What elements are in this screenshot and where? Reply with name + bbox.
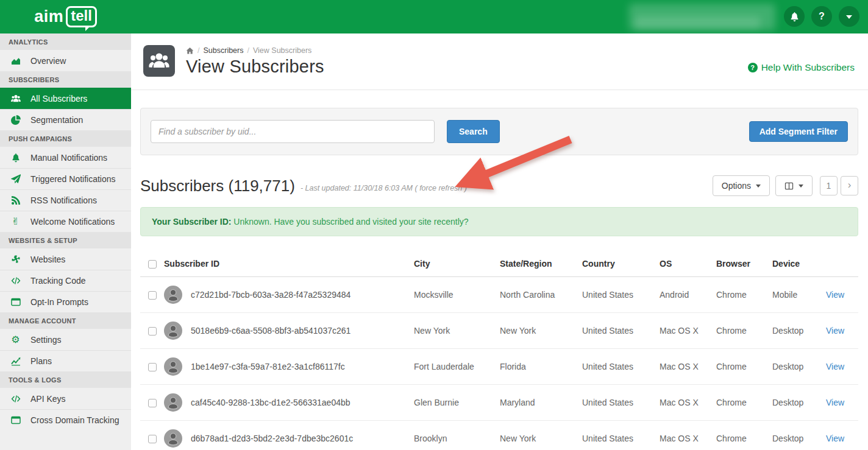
sidebar-item-settings[interactable]: ⚙Settings bbox=[0, 329, 131, 350]
question-icon: ? bbox=[819, 11, 825, 22]
sidebar-section-analytics: ANALYTICS bbox=[0, 33, 131, 50]
help-button[interactable]: ? bbox=[811, 6, 832, 27]
last-updated-note[interactable]: - Last updated: 11/30/18 6:03 AM ( force… bbox=[301, 179, 467, 192]
alert-bold-text: Your Subscriber ID: bbox=[152, 217, 231, 227]
help-with-subscribers-link[interactable]: ? Help With Subscribers bbox=[748, 62, 855, 73]
table-row: caf45c40-9288-13bc-d1e2-566331ae04bbGlen… bbox=[140, 385, 858, 421]
sidebar-item-opt-in-prompts[interactable]: Opt-In Prompts bbox=[0, 291, 131, 312]
sidebar-item-plans[interactable]: Plans bbox=[0, 350, 131, 371]
main-content: / Subscribers / View Subscribers View Su… bbox=[131, 33, 868, 450]
subscribers-page-icon bbox=[143, 45, 175, 77]
columns-icon bbox=[784, 181, 794, 191]
page-header-text: / Subscribers / View Subscribers View Su… bbox=[186, 45, 324, 77]
cell-country: United States bbox=[582, 313, 660, 349]
view-link[interactable]: View bbox=[826, 434, 844, 443]
cell-browser: Chrome bbox=[716, 313, 772, 349]
view-link[interactable]: View bbox=[826, 398, 844, 407]
avatar bbox=[164, 357, 182, 376]
row-checkbox[interactable] bbox=[148, 363, 157, 371]
subscriber-id: 1be14e97-c3fa-59a7-81e2-3a1cf86117fc bbox=[191, 362, 345, 371]
search-input[interactable] bbox=[151, 120, 435, 143]
code-icon bbox=[10, 393, 21, 404]
caret-down-icon bbox=[756, 185, 761, 188]
sidebar-item-all-subscribers[interactable]: All Subscribers bbox=[0, 88, 131, 109]
cell-os: Android bbox=[660, 277, 716, 313]
sidebar-item-tracking-code[interactable]: Tracking Code bbox=[0, 270, 131, 291]
sidebar-item-websites[interactable]: Websites bbox=[0, 248, 131, 270]
notifications-button[interactable] bbox=[784, 6, 805, 27]
cell-device: Desktop bbox=[772, 349, 826, 385]
gears-icon: ⚙ bbox=[10, 334, 21, 345]
logo-text-aim: aim bbox=[34, 7, 63, 26]
column-header-os: OS bbox=[660, 250, 716, 277]
view-link[interactable]: View bbox=[826, 362, 844, 371]
help-link-label: Help With Subscribers bbox=[761, 62, 855, 73]
redacted-site-selector-blur bbox=[635, 16, 760, 29]
sidebar-item-triggered-notifications[interactable]: Triggered Notifications bbox=[0, 168, 131, 189]
row-checkbox[interactable] bbox=[148, 291, 157, 300]
cell-browser: Chrome bbox=[716, 421, 772, 450]
sidebar-item-segmentation[interactable]: Segmentation bbox=[0, 109, 131, 130]
sidebar-section-manage-account: MANAGE ACCOUNT bbox=[0, 312, 131, 329]
window-icon bbox=[10, 297, 21, 308]
home-icon[interactable] bbox=[186, 47, 194, 55]
code-icon bbox=[10, 275, 21, 286]
question-circle-icon: ? bbox=[748, 63, 758, 72]
subscriber-search-panel: Search Add Segment Filter bbox=[140, 108, 858, 155]
view-link[interactable]: View bbox=[826, 326, 844, 336]
sidebar-item-manual-notifications[interactable]: Manual Notifications bbox=[0, 147, 131, 168]
sidebar-section-tools-logs: TOOLS & LOGS bbox=[0, 371, 131, 388]
cell-city: Mocksville bbox=[414, 277, 500, 313]
cell-country: United States bbox=[582, 385, 660, 421]
sidebar-section-push-campaigns: PUSH CAMPAIGNS bbox=[0, 130, 131, 147]
column-toggle-button[interactable] bbox=[775, 175, 813, 196]
cell-state: Maryland bbox=[500, 385, 582, 421]
search-button[interactable]: Search bbox=[447, 120, 500, 143]
aimtell-logo[interactable]: aim tell bbox=[0, 0, 131, 33]
table-row: 5018e6b9-c6aa-5508-8bf3-ab541037c261New … bbox=[140, 313, 858, 349]
avatar bbox=[164, 322, 182, 340]
sidebar-item-rss-notifications[interactable]: RSS Notifications bbox=[0, 189, 131, 211]
breadcrumb-subscribers[interactable]: Subscribers bbox=[203, 46, 243, 55]
table-row: c72d21bd-7bcb-603a-3a28-f47a25329484Mock… bbox=[140, 277, 858, 313]
sidebar-item-api-keys[interactable]: API Keys bbox=[0, 388, 131, 409]
row-checkbox[interactable] bbox=[148, 327, 157, 336]
table-row: 1be14e97-c3fa-59a7-81e2-3a1cf86117fcFort… bbox=[140, 349, 858, 385]
cell-state: New York bbox=[500, 421, 582, 450]
top-navbar: aim tell ? bbox=[0, 0, 868, 33]
avatar bbox=[164, 286, 182, 304]
row-checkbox[interactable] bbox=[148, 435, 157, 443]
cell-city: Fort Lauderdale bbox=[414, 349, 500, 385]
sidebar-item-overview[interactable]: Overview bbox=[0, 50, 131, 71]
area-chart-icon bbox=[10, 55, 21, 66]
cell-os: Mac OS X bbox=[660, 421, 716, 450]
pagination: 1 › bbox=[820, 176, 858, 195]
breadcrumb: / Subscribers / View Subscribers bbox=[186, 46, 324, 55]
select-all-checkbox[interactable] bbox=[148, 260, 157, 269]
alert-message: Unknown. Have you subscribed and visited… bbox=[233, 217, 468, 227]
column-header-city: City bbox=[414, 250, 500, 277]
navbar-actions: ? bbox=[777, 6, 859, 27]
users-icon bbox=[10, 93, 21, 104]
breadcrumb-separator: / bbox=[247, 46, 249, 55]
next-page-button[interactable]: › bbox=[841, 176, 858, 195]
list-header: Subscribers (119,771) - Last updated: 11… bbox=[140, 175, 858, 196]
sidebar-item-welcome-notifications[interactable]: ✌Welcome Notifications bbox=[0, 211, 131, 232]
cell-os: Mac OS X bbox=[660, 385, 716, 421]
cell-state: Florida bbox=[500, 349, 582, 385]
row-checkbox[interactable] bbox=[148, 399, 157, 407]
subscribers-count-title: Subscribers (119,771) bbox=[140, 177, 295, 195]
sidebar-item-cross-domain-tracking[interactable]: Cross Domain Tracking bbox=[0, 409, 131, 431]
subscriber-id: 5018e6b9-c6aa-5508-8bf3-ab541037c261 bbox=[191, 326, 350, 336]
page-number[interactable]: 1 bbox=[820, 176, 838, 195]
subscriber-id: c72d21bd-7bcb-603a-3a28-f47a25329484 bbox=[191, 290, 350, 300]
caret-down-icon bbox=[799, 185, 803, 188]
cell-state: New York bbox=[500, 313, 582, 349]
subscriber-id-alert: Your Subscriber ID: Unknown. Have you su… bbox=[140, 207, 858, 236]
table-header-row: Subscriber IDCityState/RegionCountryOSBr… bbox=[140, 250, 858, 277]
bell-icon bbox=[789, 12, 800, 22]
options-dropdown-button[interactable]: Options bbox=[713, 175, 770, 196]
account-menu-button[interactable] bbox=[839, 6, 859, 27]
add-segment-filter-button[interactable]: Add Segment Filter bbox=[749, 121, 848, 142]
view-link[interactable]: View bbox=[826, 290, 844, 300]
